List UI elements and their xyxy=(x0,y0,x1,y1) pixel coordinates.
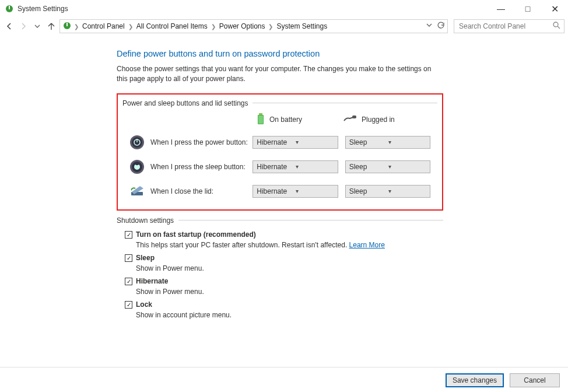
power-options-icon xyxy=(5,4,14,13)
chevron-down-icon: ▾ xyxy=(296,163,335,170)
select-value: Sleep xyxy=(349,138,388,146)
address-bar[interactable]: ❯ Control Panel ❯ All Control Panel Item… xyxy=(59,19,448,33)
lid-icon xyxy=(129,184,145,199)
fast-startup-desc-text: This helps start your PC faster after sh… xyxy=(136,241,349,249)
fast-startup-checkbox[interactable]: ✓ xyxy=(125,231,132,239)
sleep-button-row: When I press the sleep button: Hibernate… xyxy=(129,159,437,174)
sleep-button-battery-select[interactable]: Hibernate ▾ xyxy=(253,160,338,173)
forward-button[interactable] xyxy=(17,20,29,32)
lock-row: ✓ Lock xyxy=(125,300,443,309)
select-value: Hibernate xyxy=(257,138,296,146)
close-lid-plugged-select[interactable]: Sleep ▾ xyxy=(345,185,430,198)
hibernate-row: ✓ Hibernate xyxy=(125,277,443,285)
window-title: System Settings xyxy=(17,5,68,13)
refresh-icon[interactable] xyxy=(437,22,445,32)
sleep-button-icon xyxy=(129,159,145,174)
maximize-button[interactable]: □ xyxy=(514,0,541,18)
fast-startup-title: Turn on fast startup (recommended) xyxy=(136,230,256,239)
sleep-button-label: When I press the sleep button: xyxy=(150,163,253,171)
footer-divider xyxy=(0,367,568,368)
chevron-right-icon[interactable]: ❯ xyxy=(211,23,216,30)
plug-icon xyxy=(343,115,357,125)
select-value: Hibernate xyxy=(257,163,296,171)
power-section-label: Power and sleep buttons and lid settings xyxy=(122,99,248,107)
window-controls: — □ ✕ xyxy=(488,0,568,18)
content-area: Define power buttons and turn on passwor… xyxy=(0,35,443,319)
hibernate-title: Hibernate xyxy=(136,277,168,285)
close-lid-label: When I close the lid: xyxy=(150,187,253,195)
select-value: Hibernate xyxy=(257,187,296,195)
svg-rect-3 xyxy=(66,23,68,26)
page-description: Choose the power settings that you want … xyxy=(117,64,443,84)
chevron-right-icon[interactable]: ❯ xyxy=(74,23,79,30)
address-dropdown-icon[interactable] xyxy=(426,22,432,32)
plugged-in-header: Plugged in xyxy=(343,115,395,125)
on-battery-label: On battery xyxy=(269,116,302,124)
fast-startup-row: ✓ Turn on fast startup (recommended) xyxy=(125,230,443,239)
plugged-in-label: Plugged in xyxy=(362,116,395,124)
chevron-down-icon: ▾ xyxy=(296,188,335,194)
sleep-checkbox[interactable]: ✓ xyxy=(125,254,132,262)
close-button[interactable]: ✕ xyxy=(541,0,568,18)
chevron-down-icon: ▾ xyxy=(388,163,427,170)
close-lid-row: When I close the lid: Hibernate ▾ Sleep … xyxy=(129,184,437,199)
svg-rect-6 xyxy=(259,113,262,115)
back-button[interactable] xyxy=(3,20,15,32)
chevron-right-icon[interactable]: ❯ xyxy=(128,23,133,30)
toolbar: ❯ Control Panel ❯ All Control Panel Item… xyxy=(0,18,568,35)
search-input[interactable] xyxy=(458,22,553,31)
on-battery-header: On battery xyxy=(257,113,302,127)
minimize-button[interactable]: — xyxy=(488,0,514,18)
battery-icon xyxy=(257,113,265,127)
power-button-label: When I press the power button: xyxy=(150,138,253,146)
select-value: Sleep xyxy=(349,163,388,171)
save-changes-button[interactable]: Save changes xyxy=(446,373,504,387)
svg-rect-8 xyxy=(258,116,263,124)
chevron-down-icon: ▾ xyxy=(388,139,427,145)
breadcrumb-system-settings[interactable]: System Settings xyxy=(275,22,328,30)
power-button-battery-select[interactable]: Hibernate ▾ xyxy=(253,136,338,149)
power-button-icon xyxy=(129,135,145,150)
page-title: Define power buttons and turn on passwor… xyxy=(117,49,443,58)
chevron-right-icon[interactable]: ❯ xyxy=(268,23,273,30)
breadcrumb-all-items[interactable]: All Control Panel Items xyxy=(135,22,209,30)
lock-checkbox[interactable]: ✓ xyxy=(125,301,132,309)
fast-startup-desc: This helps start your PC faster after sh… xyxy=(136,241,443,249)
sleep-button-plugged-select[interactable]: Sleep ▾ xyxy=(345,160,430,173)
sleep-row: ✓ Sleep xyxy=(125,254,443,262)
cancel-button[interactable]: Cancel xyxy=(510,373,560,387)
select-value: Sleep xyxy=(349,187,388,195)
chevron-down-icon: ▾ xyxy=(388,188,427,194)
learn-more-link[interactable]: Learn More xyxy=(349,241,385,249)
lock-title: Lock xyxy=(136,300,152,309)
section-divider xyxy=(178,220,443,220)
up-button[interactable] xyxy=(45,20,57,32)
hibernate-desc: Show in Power menu. xyxy=(136,288,443,296)
close-lid-battery-select[interactable]: Hibernate ▾ xyxy=(253,185,338,198)
svg-rect-1 xyxy=(9,6,10,9)
chevron-down-icon: ▾ xyxy=(296,139,335,145)
footer: Save changes Cancel xyxy=(446,373,560,387)
power-buttons-section: Power and sleep buttons and lid settings… xyxy=(117,93,443,211)
shutdown-settings-section: Shutdown settings ✓ Turn on fast startup… xyxy=(117,216,443,319)
breadcrumb-power-options[interactable]: Power Options xyxy=(218,22,267,30)
lock-desc: Show in account picture menu. xyxy=(136,311,443,319)
section-divider xyxy=(253,103,437,103)
shutdown-section-label: Shutdown settings xyxy=(117,216,174,225)
power-button-plugged-select[interactable]: Sleep ▾ xyxy=(345,136,430,149)
sleep-desc: Show in Power menu. xyxy=(136,264,443,272)
power-button-row: When I press the power button: Hibernate… xyxy=(129,135,437,150)
titlebar: System Settings — □ ✕ xyxy=(0,0,568,18)
search-box[interactable] xyxy=(454,19,565,33)
sleep-title: Sleep xyxy=(136,254,155,262)
address-icon xyxy=(62,21,72,32)
recent-dropdown-icon[interactable] xyxy=(31,20,43,32)
svg-line-5 xyxy=(558,26,560,29)
svg-point-4 xyxy=(553,22,558,27)
svg-rect-9 xyxy=(352,116,356,118)
hibernate-checkbox[interactable]: ✓ xyxy=(125,278,132,285)
search-icon[interactable] xyxy=(553,22,560,31)
breadcrumb-control-panel[interactable]: Control Panel xyxy=(81,22,126,30)
